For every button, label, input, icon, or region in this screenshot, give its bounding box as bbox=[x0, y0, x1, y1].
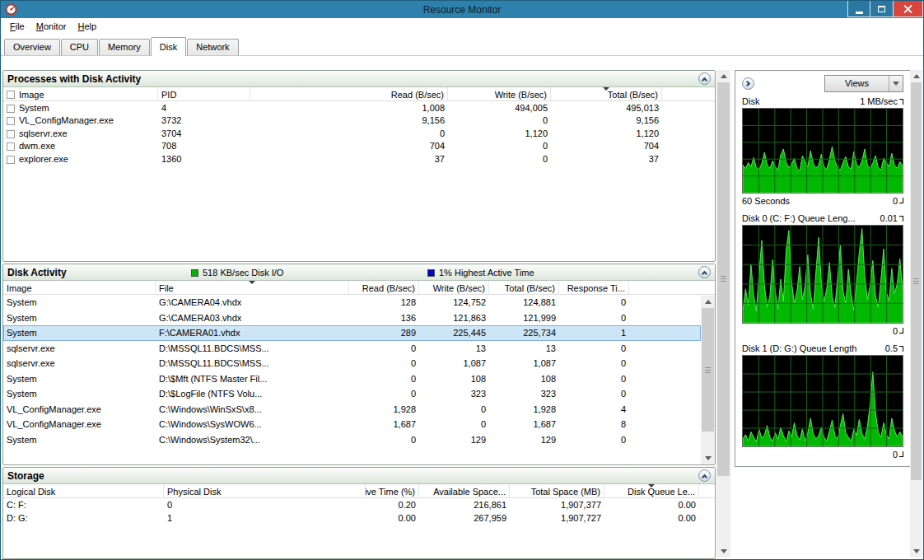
table-cell: 124,752 bbox=[419, 297, 489, 307]
table-row[interactable]: SystemD:\$LogFile (NTFS Volu...03233230 bbox=[3, 386, 701, 402]
column-header[interactable]: Logical Disk bbox=[3, 484, 164, 498]
thumb-grip-icon bbox=[913, 278, 919, 284]
storage-panel-title: Storage bbox=[7, 470, 44, 482]
table-row[interactable]: System41,008494,005495,013 bbox=[3, 101, 715, 114]
scroll-thumb[interactable] bbox=[702, 308, 714, 432]
table-row[interactable]: sqlservr.exe370401,1201,120 bbox=[3, 127, 715, 140]
column-header[interactable]: Write (B/sec) bbox=[419, 281, 489, 295]
minimize-button[interactable] bbox=[847, 1, 870, 17]
charts-sidebar: Views Disk 1 MB/sec 60 Seconds 0 Disk 0 … bbox=[735, 70, 911, 467]
main-vertical-scrollbar[interactable] bbox=[716, 70, 730, 558]
chart-scale-min: 0 bbox=[893, 196, 898, 206]
table-row[interactable]: sqlservr.exeD:\MSSQL11.BDCS\MSS...013130 bbox=[3, 341, 701, 357]
tab-network[interactable]: Network bbox=[187, 39, 238, 55]
scroll-down-button[interactable] bbox=[716, 545, 730, 558]
maximize-button[interactable] bbox=[870, 1, 894, 17]
row-checkbox[interactable] bbox=[7, 105, 15, 113]
column-header[interactable]: Image bbox=[3, 281, 156, 295]
table-cell: dwm.exe bbox=[3, 141, 158, 151]
column-header[interactable]: Image bbox=[3, 87, 158, 101]
row-checkbox[interactable] bbox=[7, 117, 15, 125]
storage-collapse-button[interactable] bbox=[698, 469, 711, 482]
table-row[interactable]: VL_ConfigManager.exeC:\Windows\SysWOW6..… bbox=[3, 417, 701, 432]
scroll-thumb[interactable] bbox=[717, 82, 730, 476]
column-header[interactable]: Physical Disk bbox=[164, 484, 366, 498]
scroll-up-button[interactable] bbox=[910, 70, 922, 82]
table-row[interactable]: SystemG:\CAMERA03.vhdx136121,863121,9990 bbox=[3, 310, 701, 326]
table-cell: 225,734 bbox=[489, 328, 559, 338]
column-header[interactable]: Write (B/sec) bbox=[448, 87, 551, 101]
column-header[interactable]: Total (B/sec) bbox=[489, 281, 559, 295]
disk1-queue-chart bbox=[742, 355, 903, 447]
column-header[interactable]: Read (B/sec) bbox=[349, 281, 419, 295]
table-cell: 0.00 bbox=[604, 513, 699, 523]
menu-file[interactable]: File bbox=[4, 21, 30, 32]
table-row[interactable]: SystemG:\CAMERA04.vhdx128124,752124,8810 bbox=[3, 295, 701, 310]
table-cell: 4 bbox=[158, 103, 250, 113]
row-checkbox[interactable] bbox=[7, 142, 15, 151]
scroll-thumb[interactable] bbox=[911, 82, 922, 480]
table-cell: D:\$Mft (NTFS Master Fil... bbox=[156, 374, 349, 384]
disk-activity-scrollbar[interactable] bbox=[701, 296, 715, 464]
column-header[interactable]: Available Space... bbox=[419, 484, 510, 498]
scroll-track[interactable] bbox=[716, 82, 730, 545]
processes-panel-header: Processes with Disk Activity bbox=[3, 71, 715, 87]
close-button[interactable] bbox=[894, 1, 923, 17]
disk-activity-panel-title: Disk Activity bbox=[7, 267, 67, 278]
table-cell: VL_ConfigManager.exe bbox=[3, 419, 156, 429]
table-cell: D:\MSSQL11.BDCS\MSS... bbox=[156, 358, 349, 368]
scroll-track[interactable] bbox=[701, 308, 715, 452]
table-cell: 323 bbox=[489, 389, 559, 399]
tab-disk[interactable]: Disk bbox=[151, 37, 186, 56]
triangle-down-icon bbox=[721, 549, 727, 553]
menu-help[interactable]: Help bbox=[72, 21, 102, 32]
column-header[interactable]: Active Time (%) bbox=[366, 484, 419, 498]
table-row[interactable]: VL_ConfigManager.exeC:\Windows\WinSxS\x8… bbox=[3, 402, 701, 418]
storage-table-header: Logical DiskPhysical DiskActive Time (%)… bbox=[3, 484, 715, 498]
column-header[interactable]: Read (B/sec) bbox=[250, 87, 448, 101]
scroll-down-button[interactable] bbox=[910, 545, 922, 558]
scroll-track[interactable] bbox=[910, 82, 922, 545]
column-header[interactable]: Response Ti... bbox=[559, 281, 629, 295]
views-dropdown-arrow[interactable] bbox=[889, 76, 903, 91]
table-row[interactable]: C: F:00.20216,8611,907,3770.00 bbox=[3, 498, 715, 511]
views-dropdown[interactable]: Views bbox=[824, 75, 903, 92]
table-row[interactable]: SystemF:\CAMERA01.vhdx289225,445225,7341 bbox=[3, 325, 701, 341]
sidebar-vertical-scrollbar[interactable] bbox=[910, 70, 922, 558]
scroll-up-button[interactable] bbox=[701, 296, 715, 308]
tab-cpu[interactable]: CPU bbox=[61, 39, 98, 55]
row-checkbox[interactable] bbox=[7, 156, 15, 164]
select-all-checkbox[interactable] bbox=[7, 91, 15, 99]
table-row[interactable]: VL_ConfigManager.exe37329,15609,156 bbox=[3, 114, 715, 128]
tab-memory[interactable]: Memory bbox=[99, 39, 150, 55]
table-cell: 216,861 bbox=[419, 500, 510, 510]
table-cell: 3704 bbox=[158, 128, 250, 138]
menu-monitor[interactable]: Monitor bbox=[30, 21, 72, 32]
row-checkbox[interactable] bbox=[7, 130, 15, 138]
processes-collapse-button[interactable] bbox=[698, 72, 711, 85]
table-cell: 121,863 bbox=[419, 313, 489, 323]
scroll-down-button[interactable] bbox=[701, 452, 715, 464]
disk-activity-collapse-button[interactable] bbox=[698, 266, 711, 278]
column-header[interactable]: PID bbox=[158, 87, 250, 101]
chart-scale-min: 0 bbox=[893, 326, 898, 336]
processes-panel-title: Processes with Disk Activity bbox=[7, 73, 141, 85]
storage-panel-header: Storage bbox=[3, 468, 715, 484]
tab-overview[interactable]: Overview bbox=[4, 39, 60, 55]
table-row[interactable]: sqlservr.exeD:\MSSQL11.BDCS\MSS...01,087… bbox=[3, 356, 701, 371]
column-header[interactable]: Total Space (MB) bbox=[510, 484, 604, 498]
column-header[interactable]: Disk Queue Le... bbox=[604, 484, 699, 498]
table-row[interactable]: dwm.exe7087040704 bbox=[3, 140, 715, 153]
table-row[interactable]: SystemC:\Windows\System32\...01291290 bbox=[3, 432, 701, 448]
table-cell: 136 bbox=[349, 313, 419, 323]
table-cell: 494,005 bbox=[448, 103, 551, 113]
table-row[interactable]: SystemD:\$Mft (NTFS Master Fil...0108108… bbox=[3, 371, 701, 387]
collapse-charts-button[interactable] bbox=[742, 77, 754, 90]
table-cell: System bbox=[3, 374, 156, 384]
table-row[interactable]: explorer.exe136037037 bbox=[3, 152, 715, 166]
scroll-up-button[interactable] bbox=[716, 70, 730, 82]
title-bar[interactable]: Resource Monitor bbox=[1, 1, 923, 18]
table-row[interactable]: D: G:10.00267,9591,907,7270.00 bbox=[3, 511, 715, 525]
column-header[interactable]: Total (B/sec) bbox=[551, 87, 662, 101]
column-header[interactable]: File bbox=[156, 281, 349, 295]
